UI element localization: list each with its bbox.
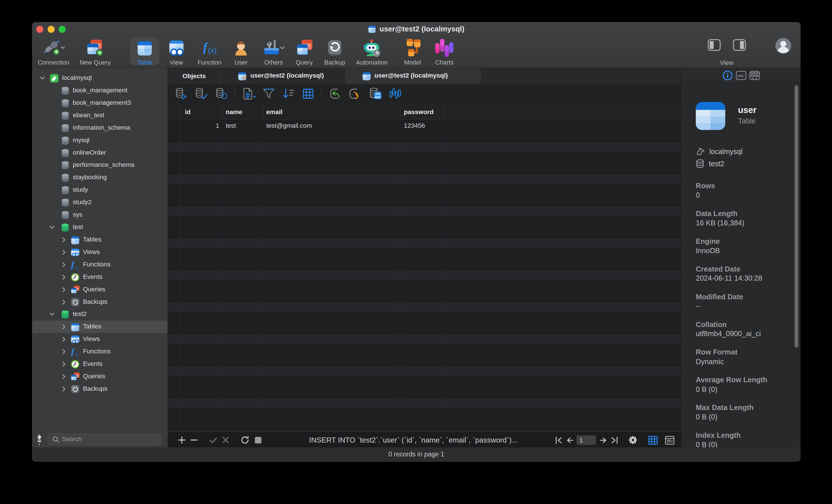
svg-text:f: f [203,40,208,54]
svg-text:(x): (x) [208,46,217,55]
svg-text:ABC: ABC [375,96,381,99]
svg-text:101: 101 [375,92,380,96]
svg-text:DDL: DDL [738,74,745,78]
